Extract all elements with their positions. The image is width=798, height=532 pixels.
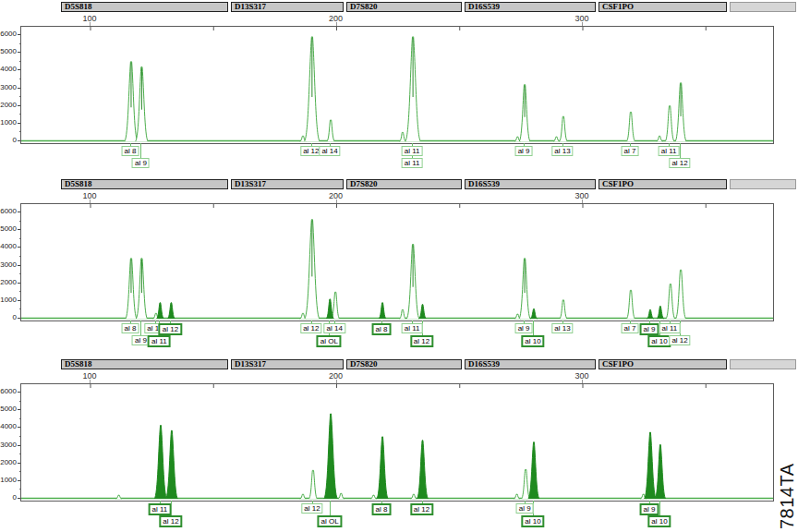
peak-CSF1PO-al-9[interactable]	[647, 309, 653, 319]
peak-D13S317-al-14[interactable]	[327, 120, 334, 141]
peak-CSF1PO-al-7[interactable]	[626, 290, 635, 319]
peak-D16S539-al-9[interactable]	[522, 469, 530, 499]
locus-header-D5S818[interactable]: D5S818	[61, 359, 228, 369]
peak-CSF1PO-al-11[interactable]	[666, 284, 675, 319]
allele-label[interactable]: al 10	[521, 335, 544, 347]
allele-label[interactable]: al 11	[402, 158, 423, 168]
locus-header-D7S820[interactable]: D7S820	[346, 179, 462, 189]
locus-header-CSF1PO[interactable]: CSF1PO	[598, 359, 727, 369]
y-axis-label-2000: 2000	[0, 278, 17, 287]
y-axis-label-4000: 4000	[0, 242, 17, 251]
y-axis-label-0: 0	[0, 313, 17, 322]
y-axis-label-3000: 3000	[0, 260, 17, 270]
y-axis-label-6000: 6000	[0, 30, 17, 39]
peak-D7S820-al-12[interactable]	[419, 305, 427, 319]
allele-label[interactable]: al 10	[647, 515, 671, 527]
electropherogram-panel-1: D5S818D13S317D7S820D16S539CSF1PO10020030…	[0, 2, 798, 171]
allele-label[interactable]: al 12	[410, 503, 433, 515]
allele-label[interactable]: al 9	[515, 146, 533, 156]
allele-label[interactable]: al 12	[300, 323, 321, 333]
peak-CSF1PO-al-11[interactable]	[665, 106, 674, 141]
allele-label[interactable]: al 8	[372, 503, 392, 515]
locus-header-D13S317[interactable]: D13S317	[231, 359, 344, 369]
locus-header-D13S317[interactable]: D13S317	[231, 2, 344, 12]
peak-D7S820-al-8[interactable]	[379, 303, 386, 319]
minor-peak	[300, 494, 306, 499]
allele-label[interactable]: al 8	[122, 146, 139, 156]
allele-label[interactable]: al 12	[159, 323, 182, 335]
electropherogram-panel-2: D5S818D13S317D7S820D16S539CSF1PO10020030…	[0, 179, 798, 348]
allele-label[interactable]: al 10	[521, 515, 544, 527]
allele-label[interactable]: al 11	[402, 146, 423, 156]
peak-CSF1PO-al-10[interactable]	[657, 307, 664, 319]
peak-CSF1PO-al-12[interactable]	[676, 270, 686, 319]
allele-label[interactable]: al 8	[122, 323, 139, 333]
minor-peak	[553, 137, 559, 141]
allele-label[interactable]: al 11	[402, 323, 423, 333]
peak-D16S539-al-13[interactable]	[560, 116, 568, 141]
allele-label[interactable]: al 7	[622, 323, 639, 333]
peak-D13S317-al-12[interactable]	[308, 470, 317, 499]
peak-D13S317-al-OL[interactable]	[326, 299, 333, 319]
allele-label[interactable]: al 11	[149, 503, 172, 515]
minor-peak	[400, 132, 406, 141]
locus-header-D5S818[interactable]: D5S818	[61, 179, 228, 189]
allele-label[interactable]: al 12	[669, 158, 690, 168]
allele-label[interactable]: al 7	[622, 146, 639, 156]
locus-header-D16S539[interactable]: D16S539	[465, 179, 596, 189]
peak-D13S317-al-OL[interactable]	[324, 414, 338, 499]
peak-D7S820-al-8[interactable]	[377, 437, 388, 499]
peak-D5S818-al-12[interactable]	[167, 303, 175, 319]
allele-label[interactable]: al 13	[551, 323, 573, 333]
peak-D16S539-al-13[interactable]	[560, 300, 567, 319]
y-axis-label-4000: 4000	[0, 422, 17, 431]
allele-label[interactable]: al 9	[516, 503, 534, 514]
peak-D16S539-al-10[interactable]	[528, 442, 539, 499]
y-axis-label-1000: 1000	[0, 296, 17, 305]
locus-header-D5S818[interactable]: D5S818	[61, 2, 228, 12]
allele-label[interactable]: al 13	[551, 146, 573, 156]
locus-header-D13S317[interactable]: D13S317	[231, 179, 344, 189]
allele-label[interactable]: al 11	[148, 335, 171, 347]
allele-label[interactable]: al 8	[372, 323, 392, 335]
allele-label[interactable]: al 11	[659, 323, 680, 333]
locus-header-D7S820[interactable]: D7S820	[346, 359, 462, 369]
peak-D5S818-al-11[interactable]	[157, 303, 164, 319]
locus-header-CSF1PO[interactable]: CSF1PO	[598, 179, 727, 189]
allele-label[interactable]: al 10	[647, 335, 671, 347]
peak-D5S818-al-11[interactable]	[154, 426, 167, 500]
plot-area[interactable]	[20, 26, 774, 144]
locus-header-filler	[730, 179, 796, 189]
allele-label[interactable]: al 12	[669, 335, 690, 345]
peak-CSF1PO-al-10[interactable]	[655, 445, 666, 500]
locus-header-D16S539[interactable]: D16S539	[465, 359, 596, 369]
peak-CSF1PO-al-9[interactable]	[645, 432, 657, 499]
allele-label[interactable]: al 9	[640, 323, 659, 335]
allele-label[interactable]: al OL	[318, 515, 343, 527]
plot-area[interactable]	[20, 203, 774, 321]
minor-peak	[514, 494, 519, 499]
allele-label[interactable]: al 9	[515, 323, 533, 333]
locus-header-D7S820[interactable]: D7S820	[346, 2, 462, 12]
allele-label[interactable]: al 12	[159, 515, 182, 527]
y-axis-label-5000: 5000	[0, 47, 17, 56]
allele-label[interactable]: al OL	[317, 335, 342, 347]
allele-label[interactable]: al 11	[659, 146, 680, 156]
allele-label[interactable]: al 9	[640, 503, 659, 515]
allele-label[interactable]: al 12	[410, 335, 433, 347]
y-axis-label-3000: 3000	[0, 441, 17, 450]
y-axis-label-5000: 5000	[0, 405, 17, 414]
y-axis-label-2000: 2000	[0, 458, 17, 467]
allele-label[interactable]: al 14	[319, 146, 340, 156]
allele-label[interactable]: al 9	[132, 158, 150, 168]
peak-D5S818-al-12[interactable]	[166, 430, 178, 499]
peak-D7S820-al-12[interactable]	[417, 441, 429, 499]
electropherogram-panel-3: D5S818D13S317D7S820D16S539CSF1PO10020030…	[0, 359, 798, 528]
plot-area[interactable]	[20, 383, 774, 502]
locus-header-CSF1PO[interactable]: CSF1PO	[598, 2, 727, 12]
allele-label[interactable]: al 12	[301, 503, 322, 514]
peak-CSF1PO-al-7[interactable]	[626, 112, 635, 141]
allele-label[interactable]: al 14	[323, 323, 345, 333]
peak-D16S539-al-10[interactable]	[530, 309, 537, 320]
locus-header-D16S539[interactable]: D16S539	[465, 2, 596, 12]
